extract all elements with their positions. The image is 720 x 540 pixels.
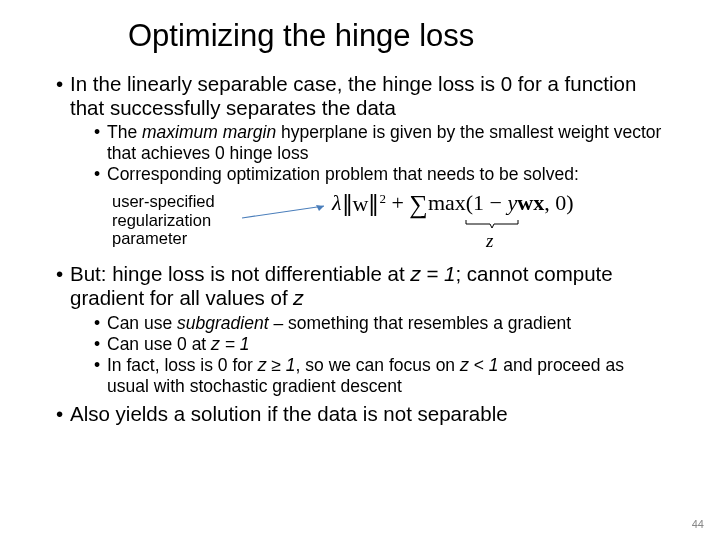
formula: λ‖w‖2 + ∑max(1 − ywx, 0)	[332, 190, 574, 221]
z-label: z	[486, 230, 493, 252]
bullet-2c: In fact, loss is 0 for z ≥ 1, so we can …	[94, 355, 670, 396]
f-lambda: λ	[332, 191, 342, 216]
arrow-icon	[240, 202, 330, 222]
f-tail: , 0)	[544, 191, 573, 216]
b2c-mid1: z ≥ 1	[258, 355, 296, 375]
bullet-1a: The maximum margin hyperplane is given b…	[94, 122, 670, 163]
bullet-2-sublist: Can use subgradient – something that res…	[94, 313, 670, 396]
b2b-pre: Can use 0 at	[107, 334, 211, 354]
slide: Optimizing the hinge loss In the linearl…	[0, 0, 720, 540]
bullet-list: In the linearly separable case, the hing…	[56, 72, 670, 426]
b2a-em: subgradient	[177, 313, 268, 333]
f-y: y	[508, 191, 518, 216]
bullet-1-sublist: The maximum margin hyperplane is given b…	[94, 122, 670, 184]
f-wnorm-txt: ‖w‖	[342, 191, 380, 216]
b2c-pre: In fact, loss is 0 for	[107, 355, 258, 375]
bullet-1: In the linearly separable case, the hing…	[56, 72, 670, 256]
f-wx: wx	[517, 191, 544, 216]
bullet-3: Also yields a solution if the data is no…	[56, 402, 670, 426]
svg-line-0	[242, 206, 324, 218]
reg-l1: user-specified	[112, 192, 215, 210]
b2a-pre: Can use	[107, 313, 177, 333]
f-wnorm: ‖w‖2	[342, 191, 386, 216]
b2-mid: z = 1	[410, 262, 455, 285]
f-sum: ∑	[409, 191, 428, 220]
bullet-2: But: hinge loss is not differentiable at…	[56, 262, 670, 396]
b2c-txt2: , so we can focus on	[296, 355, 460, 375]
reg-l3: parameter	[112, 229, 187, 247]
b1a-pre: The	[107, 122, 142, 142]
slide-title: Optimizing the hinge loss	[128, 18, 670, 54]
b2a-post: – something that resembles a gradient	[269, 313, 572, 333]
reg-l2: regularization	[112, 211, 211, 229]
bullet-1b: Corresponding optimization problem that …	[94, 164, 670, 184]
bullet-2a: Can use subgradient – something that res…	[94, 313, 670, 333]
b2-pre: But: hinge loss is not differentiable at	[70, 262, 410, 285]
b2c-mid2: z < 1	[460, 355, 498, 375]
b1a-em: maximum margin	[142, 122, 276, 142]
b3-text: Also yields a solution if the data is no…	[70, 402, 508, 425]
page-number: 44	[692, 518, 704, 530]
b2b-em: z = 1	[211, 334, 249, 354]
formula-block: user-specified regularization parameter …	[70, 188, 670, 256]
regularization-label: user-specified regularization parameter	[112, 192, 215, 247]
svg-marker-1	[316, 205, 324, 211]
f-max: max(1 −	[428, 191, 508, 216]
b1b-text: Corresponding optimization problem that …	[107, 164, 579, 184]
bullet-1-text: In the linearly separable case, the hing…	[70, 72, 636, 119]
b2-end: z	[293, 286, 303, 309]
f-plus: +	[386, 191, 409, 216]
bullet-2b: Can use 0 at z = 1	[94, 334, 670, 354]
